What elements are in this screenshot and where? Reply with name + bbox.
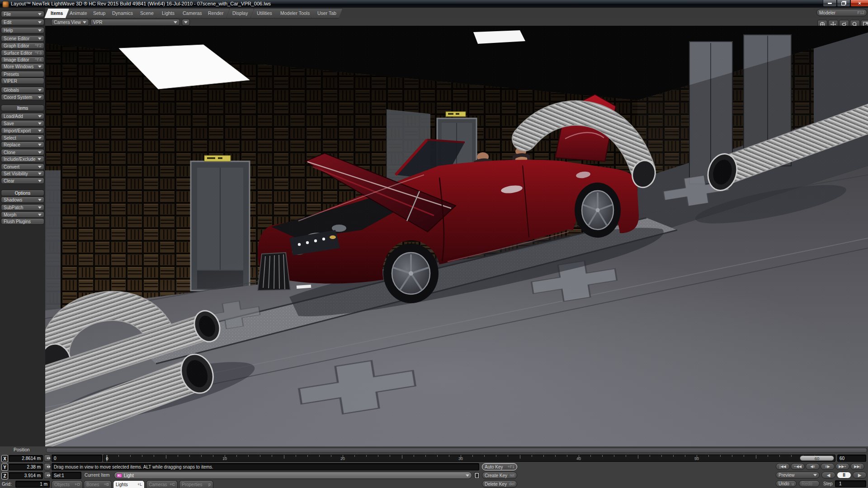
light-item-icon: [117, 474, 122, 478]
sidebar-item-globals[interactable]: Globals: [1, 87, 44, 93]
go-end-button[interactable]: ▶▶|: [850, 463, 864, 470]
nudge-z-button[interactable]: [44, 472, 51, 479]
position-y-field[interactable]: 2.38 m: [9, 464, 43, 470]
tab-modeler-tools[interactable]: Modeler Tools: [274, 8, 316, 19]
sidebar-item-clone[interactable]: Clone: [1, 149, 44, 155]
item-box-icon: [475, 473, 479, 478]
chevron-down-icon: [38, 206, 42, 209]
chevron-down-icon: [184, 21, 188, 23]
sidebar-item-save[interactable]: Save: [1, 120, 44, 127]
sidebar-item-coord-system[interactable]: Coord System: [1, 94, 44, 100]
sidebar-item-import-export[interactable]: Import/Export: [1, 127, 44, 134]
chevron-down-icon: [38, 158, 41, 160]
tab-scene[interactable]: Scene: [134, 8, 160, 19]
prev-key-button[interactable]: +◀◀: [791, 463, 805, 470]
tab-display[interactable]: Display: [226, 8, 254, 19]
grid-size-field: 1 m: [15, 481, 50, 488]
sidebar-item-load-add[interactable]: Load/Add: [1, 113, 44, 119]
restore-button[interactable]: [837, 0, 850, 7]
item-tab-lights[interactable]: Lights+L: [113, 480, 145, 488]
current-item-dropdown[interactable]: Light: [114, 472, 472, 479]
viewport-options-dropdown[interactable]: [182, 19, 190, 26]
prev-frame-button[interactable]: ◀II: [806, 463, 820, 470]
close-button[interactable]: ×: [850, 0, 868, 7]
chevron-down-icon: [38, 13, 42, 15]
preview-dropdown[interactable]: Preview: [776, 472, 820, 479]
chevron-down-icon: [38, 29, 42, 32]
next-frame-button[interactable]: II▶: [821, 463, 835, 470]
sidebar-item-image-editor[interactable]: Image Editor^F4: [1, 56, 44, 63]
sidebar-item-convert[interactable]: Convert: [1, 164, 44, 170]
item-tab-cameras[interactable]: Cameras+C: [146, 480, 178, 488]
item-tab-properties[interactable]: Propertiesp: [179, 480, 213, 488]
timeline[interactable]: 1020304050 0 60: [103, 455, 835, 462]
sidebar-item-file[interactable]: File: [1, 11, 44, 17]
main-tabbar: Items Animate Setup Dynamics Scene Light…: [0, 8, 868, 19]
scene-render: [45, 26, 868, 446]
sidebar-item-presets[interactable]: Presets: [1, 71, 44, 77]
tab-dynamics[interactable]: Dynamics: [106, 8, 139, 19]
tab-user-tab[interactable]: User Tab: [311, 8, 343, 19]
sidebar-item-edit[interactable]: Edit: [1, 19, 44, 25]
delete-key-button[interactable]: Delete Keydel: [482, 480, 517, 488]
sidebar-item-viper[interactable]: VIPER: [1, 78, 44, 84]
sidebar-item-set-visibility[interactable]: Set Visibility: [1, 170, 44, 177]
sidebar-item-scene-editor[interactable]: Scene Editor: [1, 35, 44, 42]
render-noise: [45, 26, 868, 446]
step-field[interactable]: 1: [835, 480, 866, 487]
tab-items[interactable]: Items: [44, 8, 69, 19]
sidebar-item-replace[interactable]: Replace: [1, 141, 44, 148]
sidebar-item-flush-plugins[interactable]: Flush Plugins: [1, 218, 44, 225]
chevron-down-icon: [38, 96, 42, 99]
sidebar-item-select[interactable]: Select: [1, 135, 44, 141]
next-key-button[interactable]: ▶▶+: [835, 463, 849, 470]
sidebar-item-shadows[interactable]: Shadows: [1, 197, 44, 203]
sidebar-item-subpatch[interactable]: SubPatch: [1, 204, 44, 211]
chevron-down-icon: [466, 474, 469, 477]
lightwave-layout-window: Layout™ NewTek LightWave 3D ® HC Rev 201…: [0, 0, 868, 488]
modeler-button[interactable]: ModelerF12: [816, 9, 867, 16]
current-item-mini-button[interactable]: [474, 472, 480, 479]
play-reverse-button[interactable]: ◀: [821, 472, 835, 479]
tab-utilities[interactable]: Utilities: [250, 8, 278, 19]
sidebar-item-graph-editor[interactable]: Graph Editor^F2: [1, 42, 44, 49]
renderer-dropdown[interactable]: VPR: [90, 19, 180, 26]
end-frame-field[interactable]: 60: [837, 455, 866, 462]
auto-key-button[interactable]: Auto Key+F1: [482, 463, 517, 470]
timeline-end-handle[interactable]: 60: [800, 455, 834, 461]
sidebar-item-help[interactable]: Help: [1, 27, 44, 33]
sidebar-item-surface-editor[interactable]: Surface Editor^F3: [1, 50, 44, 56]
view-mode-dropdown[interactable]: Camera View: [51, 19, 89, 26]
minimize-icon: [828, 3, 832, 4]
sidebar-item-more-windows[interactable]: More Windows: [1, 63, 44, 70]
position-label: Position: [14, 447, 30, 452]
nudge-y-button[interactable]: [44, 463, 51, 470]
undo-button[interactable]: Undou: [776, 480, 797, 487]
create-key-button[interactable]: Create Keyret: [482, 472, 517, 479]
play-forward-button[interactable]: ▶: [853, 472, 867, 479]
redo-button[interactable]: Redo: [799, 480, 820, 487]
item-tab-bones[interactable]: Bones+B: [84, 480, 112, 488]
sidebar-item-include-exclude[interactable]: Include/Exclude: [1, 156, 44, 162]
current-frame-field[interactable]: 0: [52, 455, 102, 462]
chevron-down-icon: [38, 180, 42, 182]
nudge-x-button[interactable]: [44, 455, 51, 462]
window-title: Layout™ NewTek LightWave 3D ® HC Rev 201…: [11, 1, 271, 6]
viewport-3d[interactable]: [45, 26, 868, 446]
item-tab-objects[interactable]: Objects+O: [52, 480, 83, 488]
go-start-button[interactable]: |◀◀: [776, 463, 790, 470]
pause-button[interactable]: II: [837, 472, 851, 479]
titlebar[interactable]: Layout™ NewTek LightWave 3D ® HC Rev 201…: [0, 0, 868, 8]
minimize-button[interactable]: [823, 0, 837, 7]
chevron-down-icon: [38, 21, 42, 23]
position-x-field[interactable]: 2.8614 m: [9, 455, 43, 462]
tab-render[interactable]: Render: [202, 8, 230, 19]
timeline-scroll-strip[interactable]: [46, 448, 867, 453]
chevron-down-icon: [38, 89, 42, 91]
sidebar-item-morph[interactable]: Morph: [1, 211, 44, 218]
sidebar-item-clear[interactable]: Clear: [1, 178, 44, 184]
chevron-down-icon: [38, 214, 42, 216]
position-z-field[interactable]: 3.914 m: [9, 472, 43, 479]
bottom-panel: Position X 2.8614 m Y 2.38 m Z 3.914 m G…: [0, 446, 868, 488]
chevron-down-icon: [813, 474, 817, 476]
